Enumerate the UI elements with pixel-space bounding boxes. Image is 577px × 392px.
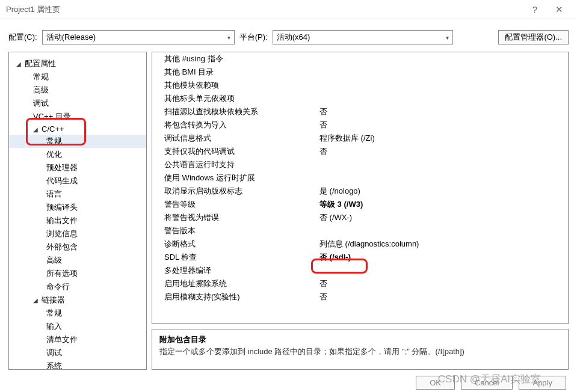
- property-value: 列信息 (/diagnostics:column): [315, 239, 419, 250]
- property-value: 否: [315, 278, 327, 289]
- property-row[interactable]: 启用模糊支持(实验性)否: [152, 290, 568, 304]
- tree-item[interactable]: 预编译头: [9, 201, 146, 214]
- tree-item[interactable]: 调试: [9, 346, 146, 360]
- property-dialog: Project1 属性页 ? ✕ 配置(C): 活动(Release) ▾ 平台…: [0, 0, 577, 392]
- tree-item[interactable]: 浏览信息: [9, 227, 146, 240]
- property-key: 其他 BMI 目录: [164, 67, 315, 78]
- property-key: 多处理器编译: [164, 265, 315, 276]
- tree-item-label: 代码生成: [46, 176, 78, 185]
- tree-item[interactable]: 语言: [9, 188, 146, 201]
- highlight-annotation: [26, 118, 86, 145]
- titlebar: Project1 属性页 ? ✕: [0, 0, 577, 19]
- tree-item[interactable]: ◢链接器: [9, 293, 146, 307]
- property-key: 将警告视为错误: [164, 212, 315, 223]
- property-row[interactable]: 支持仅我的代码调试否: [152, 145, 568, 158]
- property-key: 其他标头单元依赖项: [164, 93, 315, 104]
- platform-label: 平台(P):: [239, 32, 268, 43]
- tree-item[interactable]: 高级: [9, 254, 146, 267]
- content-area: ◢配置属性常规高级调试VC++ 目录◢C/C++常规优化预处理器代码生成语言预编…: [0, 52, 577, 370]
- property-key: 警告等级: [164, 199, 315, 210]
- tree-item-label: 清单文件: [46, 335, 78, 344]
- tree-item-label: 调试: [33, 99, 49, 108]
- help-icon[interactable]: ?: [523, 1, 547, 18]
- cancel-button[interactable]: Cancel: [461, 376, 513, 390]
- property-row[interactable]: 使用 Windows 运行时扩展: [152, 171, 568, 185]
- property-row[interactable]: 其他模块依赖项: [152, 79, 568, 92]
- property-row[interactable]: 调试信息格式程序数据库 (/Zi): [152, 132, 568, 145]
- property-value: 否: [315, 120, 327, 130]
- property-row[interactable]: 其他标头单元依赖项: [152, 92, 568, 105]
- property-row[interactable]: 启用地址擦除系统否: [152, 277, 568, 290]
- property-row[interactable]: 其他 #using 指令: [152, 52, 568, 66]
- property-row[interactable]: 扫描源以查找模块依赖关系否: [152, 105, 568, 118]
- window-title: Project1 属性页: [6, 4, 60, 15]
- platform-dropdown[interactable]: 活动(x64) ▾: [273, 30, 453, 44]
- config-manager-button[interactable]: 配置管理器(O)...: [498, 30, 569, 44]
- tree-item-label: 常规: [46, 308, 62, 317]
- property-key: 取消显示启动版权标志: [164, 186, 315, 197]
- chevron-down-icon: ▾: [446, 34, 449, 41]
- tree-item-label: 输入: [46, 322, 62, 331]
- property-key: 公共语言运行时支持: [164, 159, 315, 170]
- property-row[interactable]: 取消显示启动版权标志是 (/nologo): [152, 185, 568, 198]
- expander-icon[interactable]: ◢: [16, 61, 23, 67]
- tree-item[interactable]: 所有选项: [9, 267, 146, 280]
- tree-item[interactable]: 清单文件: [9, 333, 146, 346]
- property-value: 等级 3 (/W3): [315, 199, 363, 210]
- property-row[interactable]: 将包含转换为导入否: [152, 118, 568, 132]
- property-row[interactable]: 公共语言运行时支持: [152, 158, 568, 171]
- property-key: 其他模块依赖项: [164, 80, 315, 91]
- property-grid[interactable]: 其他 #using 指令其他 BMI 目录其他模块依赖项其他标头单元依赖项扫描源…: [152, 52, 569, 324]
- tree-item-label: 优化: [46, 150, 62, 159]
- description-panel: 附加包含目录 指定一个或多个要添加到 include 路径中的目录；如果指定多个…: [152, 329, 569, 370]
- property-key: 警告版本: [164, 225, 315, 236]
- tree-item[interactable]: 优化: [9, 148, 146, 161]
- property-key: 支持仅我的代码调试: [164, 146, 315, 157]
- property-key: 使用 Windows 运行时扩展: [164, 173, 315, 183]
- tree-item[interactable]: 高级: [9, 84, 146, 97]
- property-row[interactable]: 诊断格式列信息 (/diagnostics:column): [152, 237, 568, 251]
- property-key: 调试信息格式: [164, 133, 315, 144]
- property-value: 否: [315, 106, 327, 117]
- tree-item-label: 预编译头: [46, 203, 78, 212]
- apply-button[interactable]: Apply: [519, 376, 566, 390]
- dialog-footer: OK Cancel Apply: [0, 370, 577, 392]
- config-dropdown[interactable]: 活动(Release) ▾: [42, 30, 235, 44]
- ok-button[interactable]: OK: [416, 376, 455, 390]
- tree-item[interactable]: ◢配置属性: [9, 57, 146, 70]
- property-row[interactable]: 警告等级等级 3 (/W3): [152, 198, 568, 211]
- property-key: 诊断格式: [164, 239, 315, 250]
- property-row[interactable]: 将警告视为错误否 (/WX-): [152, 211, 568, 224]
- tree-item-label: 语言: [46, 189, 62, 198]
- tree-item[interactable]: 调试: [9, 97, 146, 110]
- tree-item[interactable]: 输入: [9, 320, 146, 333]
- tree-item[interactable]: 输出文件: [9, 214, 146, 227]
- tree-item-label: 所有选项: [46, 269, 78, 278]
- tree-item[interactable]: 代码生成: [9, 174, 146, 188]
- tree-item[interactable]: 预处理器: [9, 161, 146, 174]
- config-value: 活动(Release): [46, 32, 96, 43]
- property-row[interactable]: 警告版本: [152, 224, 568, 237]
- tree-item[interactable]: 外部包含: [9, 240, 146, 254]
- property-value: 否: [315, 292, 327, 302]
- tree-item-label: 高级: [46, 256, 62, 265]
- property-key: 扫描源以查找模块依赖关系: [164, 106, 315, 117]
- property-row[interactable]: 其他 BMI 目录: [152, 66, 568, 79]
- expander-icon[interactable]: ◢: [33, 297, 40, 304]
- tree-item[interactable]: 常规: [9, 307, 146, 320]
- property-key: 启用地址擦除系统: [164, 278, 315, 289]
- property-key: SDL 检查: [164, 252, 315, 263]
- tree-item[interactable]: 命令行: [9, 280, 146, 293]
- tree-item-label: 系统: [46, 361, 62, 370]
- tree-item-label: 浏览信息: [46, 229, 78, 238]
- property-key: 将包含转换为导入: [164, 120, 315, 130]
- tree-item[interactable]: 系统: [9, 360, 146, 370]
- property-value: 程序数据库 (/Zi): [315, 133, 375, 144]
- tree-item-label: 外部包含: [46, 242, 78, 251]
- system-buttons: ? ✕: [523, 1, 571, 18]
- tree-panel[interactable]: ◢配置属性常规高级调试VC++ 目录◢C/C++常规优化预处理器代码生成语言预编…: [8, 52, 147, 370]
- property-key: 启用模糊支持(实验性): [164, 292, 315, 302]
- right-column: 其他 #using 指令其他 BMI 目录其他模块依赖项其他标头单元依赖项扫描源…: [152, 52, 569, 370]
- tree-item[interactable]: 常规: [9, 70, 146, 84]
- close-icon[interactable]: ✕: [547, 1, 571, 18]
